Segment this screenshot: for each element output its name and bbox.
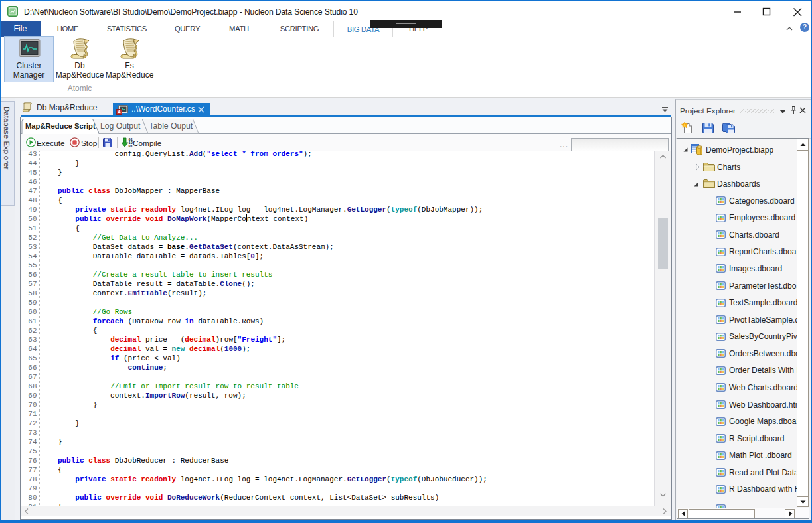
svg-text:Log Output: Log Output bbox=[100, 121, 141, 131]
svg-text:Map&Reduce Script: Map&Reduce Script bbox=[25, 122, 96, 130]
svg-text:Table Ouput: Table Ouput bbox=[149, 121, 193, 131]
svg-text:A: A bbox=[118, 110, 121, 114]
svg-text:01: 01 bbox=[129, 145, 133, 149]
